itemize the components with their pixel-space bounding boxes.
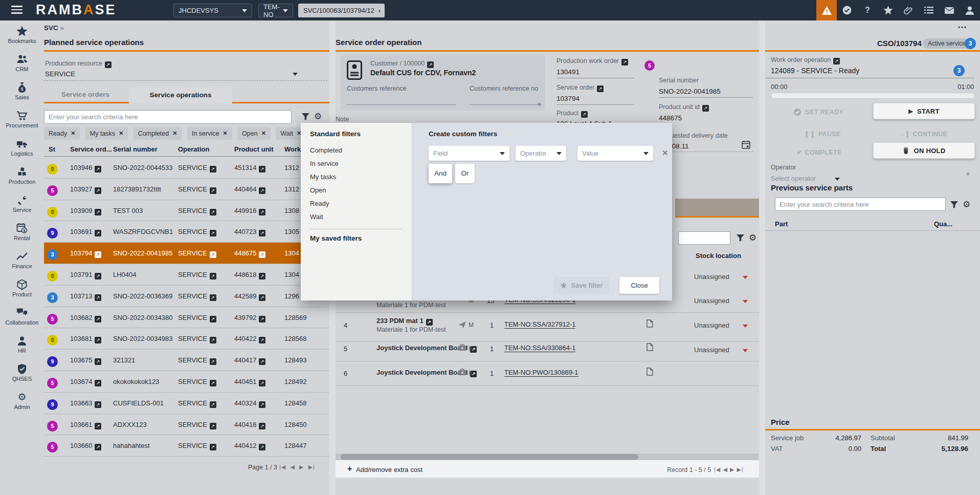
open-document-tab[interactable]: SVC/100063/103794/12	[298, 4, 380, 17]
col-serial-number[interactable]: Serial number	[113, 145, 158, 153]
next-page-icon[interactable]: ▶	[730, 466, 734, 472]
alert-icon[interactable]	[816, 0, 837, 20]
filter-option-completed[interactable]: Completed	[310, 144, 412, 157]
external-link-icon[interactable]: ↗	[95, 316, 101, 322]
filter-option-open[interactable]: Open	[310, 184, 412, 197]
external-link-icon[interactable]: ↗	[259, 316, 265, 322]
filter-icon[interactable]	[302, 113, 309, 120]
operator-select[interactable]: Operator	[516, 146, 566, 161]
sidebar-item-procurement[interactable]: Procurement	[0, 105, 44, 133]
table-row[interactable]: 0 103791↗ LH0404 SERVICE↗ 448618↗ 1304	[44, 264, 329, 286]
external-link-icon[interactable]: ↗	[597, 85, 604, 92]
chevron-down-icon[interactable]	[293, 73, 298, 76]
last-page-icon[interactable]: ▶|	[737, 466, 743, 472]
document-icon[interactable]	[647, 343, 653, 351]
table-row[interactable]: 9 103691↗ WASZRFDGCVNB1 SERVICE↗ 440723↗…	[44, 221, 329, 243]
tab-service-orders[interactable]: Service orders	[44, 87, 127, 102]
part-link[interactable]: TEM-NO:SSA/327912-1	[504, 320, 575, 329]
table-row[interactable]: 0 103946↗ SNO-2022-0044533 SERVICE↗ 4513…	[44, 157, 329, 179]
stock-location-select[interactable]: Unassigned	[694, 297, 748, 305]
star-icon[interactable]	[878, 0, 898, 20]
external-link-icon[interactable]: ↗	[210, 230, 216, 236]
prev-parts-search-input[interactable]	[775, 198, 946, 211]
external-link-icon[interactable]: ↗	[259, 294, 265, 301]
external-link-icon[interactable]: ↗	[95, 401, 101, 408]
document-icon[interactable]	[647, 319, 653, 328]
continue-button[interactable]: →❙CONTINUE	[898, 130, 947, 138]
external-link-icon[interactable]: ↗	[95, 337, 101, 343]
filter-option-wait[interactable]: Wait	[310, 210, 412, 224]
part-header[interactable]: Part	[775, 220, 788, 228]
sidebar-item-hr[interactable]: HR	[0, 330, 44, 358]
chip-ready[interactable]: Ready✕	[44, 127, 80, 140]
next-page-icon[interactable]: ▶	[299, 464, 304, 470]
external-link-icon[interactable]: ↗	[259, 423, 265, 429]
set-ready-button[interactable]: SET READY	[794, 109, 843, 116]
add-extra-cost-button[interactable]: Add/remove extra cost	[356, 466, 422, 474]
system-select[interactable]: JHCDEVSYS	[173, 4, 252, 17]
table-row[interactable]: 3 103794↗ SNO-2022-0041985 SERVICE↗ 4486…	[44, 243, 329, 264]
external-link-icon[interactable]: ↗	[210, 337, 216, 343]
operator-select[interactable]: Select operator	[771, 175, 816, 182]
external-link-icon[interactable]: ↗	[210, 423, 216, 429]
external-link-icon[interactable]: ↗	[95, 187, 101, 194]
count-badge[interactable]: 5	[644, 60, 655, 71]
remove-condition-icon[interactable]: ✕	[662, 148, 669, 158]
or-button[interactable]: Or	[455, 164, 475, 183]
external-link-icon[interactable]: ↗	[621, 59, 628, 66]
stock-location-select[interactable]: Unassigned	[694, 346, 748, 354]
table-row[interactable]: 5 103927↗ 18273891732tttt SERVICE↗ 44046…	[44, 179, 329, 200]
horizontal-scrollbar[interactable]	[336, 454, 759, 460]
search-input[interactable]	[44, 110, 292, 124]
wo-count-badge[interactable]: 3	[953, 65, 965, 76]
external-link-icon[interactable]: ↗	[105, 61, 112, 68]
external-link-icon[interactable]: ↗	[210, 273, 216, 279]
scrollbar-thumb[interactable]	[341, 454, 638, 460]
filter-option-ready[interactable]: Ready	[310, 197, 412, 210]
filter-option-my-tasks[interactable]: My tasks	[310, 170, 412, 184]
gear-icon[interactable]: ⚙	[963, 200, 970, 209]
collapse-chevron-icon[interactable]: »	[536, 102, 544, 106]
external-link-icon[interactable]: ↗	[259, 230, 265, 236]
list-icon[interactable]	[919, 0, 939, 20]
external-link-icon[interactable]: ↗	[210, 401, 216, 408]
part-link[interactable]: TEM-NO:PWO/130869-1	[504, 369, 578, 377]
sidebar-item-product[interactable]: Product	[0, 274, 44, 302]
external-link-icon[interactable]: ↗	[95, 294, 101, 301]
tab-service-operations[interactable]: Service operations	[129, 86, 232, 103]
external-link-icon[interactable]: ↗	[95, 423, 101, 429]
external-link-icon[interactable]: ↗	[210, 380, 216, 386]
stock-location-header[interactable]: Stock location	[696, 252, 741, 260]
paperclip-icon[interactable]	[898, 0, 919, 20]
last-page-icon[interactable]: ▶|	[308, 464, 315, 470]
external-link-icon[interactable]: ↗	[210, 187, 216, 194]
table-row[interactable]: 3 103713↗ SNO-2022-0036369 SERVICE↗ 4425…	[44, 286, 329, 307]
external-link-icon[interactable]: ↗	[426, 319, 433, 326]
sidebar-item-admin[interactable]: ⚙ Admin	[0, 386, 44, 415]
external-link-icon[interactable]: ↗	[259, 358, 265, 365]
external-link-icon[interactable]: ↗	[210, 294, 216, 301]
external-link-icon[interactable]: ↗	[259, 273, 265, 279]
table-row[interactable]: 5 103674↗ okokokokok123 SERVICE↗ 440451↗…	[44, 371, 329, 393]
external-link-icon[interactable]: ↗	[427, 61, 434, 68]
pause-button[interactable]: ❙❙PAUSE	[804, 130, 841, 138]
external-link-icon[interactable]: ↗	[210, 209, 216, 216]
external-link-icon[interactable]: ↗	[95, 380, 101, 386]
external-link-icon[interactable]: ↗	[95, 230, 101, 236]
external-link-icon[interactable]: ↗	[259, 444, 265, 450]
external-link-icon[interactable]: ↗	[581, 111, 588, 118]
external-link-icon[interactable]: ↗	[259, 166, 265, 173]
more-menu-icon[interactable]: ⋯	[957, 21, 967, 33]
chevron-down-icon[interactable]	[835, 178, 840, 181]
customers-reference-input[interactable]	[347, 104, 456, 105]
external-link-icon[interactable]: ↗	[259, 187, 265, 194]
collapse-chevron-icon[interactable]: »	[965, 172, 972, 176]
table-row[interactable]: 5 103682↗ SNO-2022-0034380 SERVICE↗ 4397…	[44, 307, 329, 329]
external-link-icon[interactable]: ↗	[210, 444, 216, 450]
external-link-icon[interactable]: ↗	[259, 380, 265, 386]
chip-my-tasks[interactable]: My tasks✕	[85, 127, 128, 140]
col-product-unit[interactable]: Product unit	[234, 145, 274, 153]
gear-icon[interactable]: ⚙	[314, 112, 322, 121]
start-button[interactable]: ▶START	[873, 103, 975, 119]
first-page-icon[interactable]: |◀	[714, 466, 721, 472]
